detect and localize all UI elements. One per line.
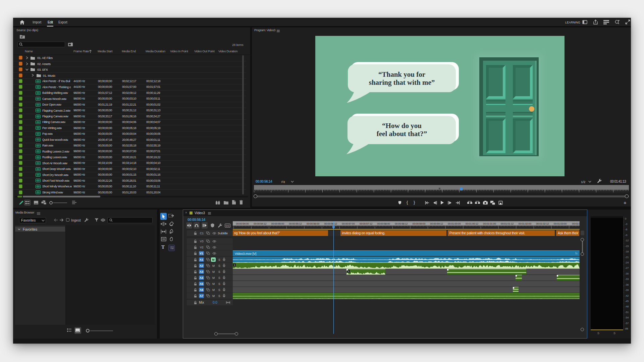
svg-text:00:01:01:12: 00:01:01:12: [501, 222, 514, 225]
svg-text:00:00:54:00: 00:00:54:00: [236, 222, 249, 225]
svg-text:CC: CC: [226, 224, 230, 227]
svg-text:00:00:58:00: 00:00:58:00: [377, 222, 390, 225]
svg-text:00:00:59:12: 00:00:59:12: [430, 222, 443, 225]
svg-text:00:01:02:00: 00:01:02:00: [518, 222, 531, 225]
svg-text:feel about that?”: feel about that?”: [377, 130, 427, 138]
svg-text:00:00:58:12: 00:00:58:12: [395, 222, 408, 225]
svg-text:00:00:55:00: 00:00:55:00: [271, 222, 284, 225]
svg-text:sharing that with me”: sharing that with me”: [369, 78, 435, 86]
svg-text:00:01:03:00: 00:01:03:00: [554, 222, 567, 225]
svg-text:“Thank you for: “Thank you for: [378, 70, 425, 78]
svg-text:00:00:55:12: 00:00:55:12: [289, 222, 302, 225]
svg-text:00:01:01:00: 00:01:01:00: [483, 222, 496, 225]
svg-text:00:00:56:12: 00:00:56:12: [324, 222, 337, 225]
svg-text:00:01:00:00: 00:01:00:00: [448, 222, 461, 225]
svg-text:00:01:03:1: 00:01:03:1: [572, 222, 580, 225]
svg-text:00:00:56:00: 00:00:56:00: [307, 222, 320, 225]
svg-text:00:01:00:12: 00:01:00:12: [465, 222, 478, 225]
svg-text:00:01:02:12: 00:01:02:12: [536, 222, 549, 225]
svg-text:00:00:59:00: 00:00:59:00: [413, 222, 426, 225]
svg-text:00:00:54:12: 00:00:54:12: [254, 222, 267, 225]
svg-text:“How do you: “How do you: [382, 122, 422, 130]
svg-text:00:00:57:00: 00:00:57:00: [342, 222, 355, 225]
svg-text:00:00:57:12: 00:00:57:12: [360, 222, 373, 225]
